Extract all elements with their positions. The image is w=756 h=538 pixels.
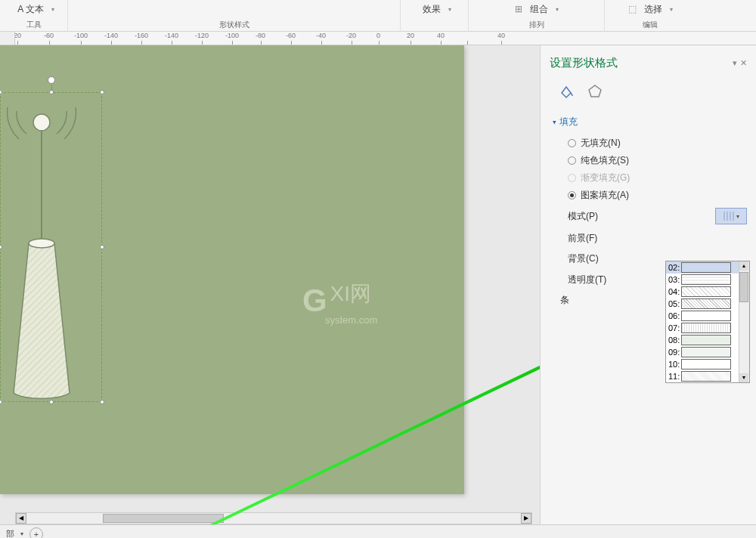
ruler-tick: -60 (44, 32, 54, 39)
pattern-list: 02: 03: 04: 05: 06: 07: 08: 09: 10: 11: (666, 261, 749, 382)
effects-button[interactable]: 效果 (418, 2, 445, 17)
watermark-text: XI网 (330, 282, 371, 305)
ruler-horizontal: 20 -60 -100 -140 -160 -140 -120 -100 -80… (0, 32, 756, 45)
scroll-right-button[interactable]: ▶ (521, 513, 531, 524)
pattern-option[interactable]: 04: (666, 286, 749, 298)
prop-label: 模式(P) (568, 210, 613, 223)
scroll-thumb[interactable] (103, 514, 224, 523)
radio-label: 图案填充(A) (581, 189, 629, 202)
select-button[interactable]: 选择 (640, 2, 667, 17)
pattern-option[interactable]: 05: (666, 298, 749, 310)
prop-label: 前景(F) (568, 232, 613, 245)
watermark-sub: system.com (325, 314, 377, 326)
scroll-down-button[interactable]: ▼ (739, 373, 748, 382)
radio-label: 无填充(N) (581, 137, 621, 150)
watermark: G XI网 system.com (302, 280, 377, 326)
ribbon-group-label: 排列 (529, 20, 544, 30)
rotate-handle[interactable] (48, 76, 55, 84)
pattern-swatch-icon (723, 212, 735, 221)
group-button[interactable]: 组合 (525, 2, 553, 17)
resize-handle-tr[interactable] (100, 90, 104, 94)
radio-pattern-fill[interactable]: 图案填充(A) (568, 187, 747, 204)
pentagon-icon (586, 82, 604, 100)
radio-icon (568, 139, 576, 147)
foreground-row: 前景(F) (550, 228, 747, 249)
resize-handle-tl[interactable] (0, 90, 2, 94)
radio-no-fill[interactable]: 无填充(N) (568, 134, 747, 152)
ruler-tick: -40 (316, 32, 326, 39)
radio-icon (568, 174, 576, 182)
ruler-tick: -20 (346, 32, 356, 39)
resize-handle-mr[interactable] (100, 245, 104, 249)
ruler-tick: -100 (225, 32, 239, 39)
ruler-tick: -100 (74, 32, 88, 39)
radio-label: 纯色填充(S) (581, 154, 629, 167)
text-tool-button[interactable]: A 文本 (13, 2, 48, 17)
ribbon-group-arrange: ⊞组合▾ 排列 (469, 0, 605, 32)
radio-label: 渐变填充(G) (581, 172, 630, 184)
watermark-big: G (302, 283, 327, 318)
panel-tabs (550, 78, 747, 113)
effects-tab[interactable] (584, 81, 606, 102)
radio-icon (568, 191, 576, 199)
selection-box[interactable] (0, 92, 102, 402)
ruler-tick: -140 (165, 32, 178, 39)
pattern-mode-row: 模式(P) (550, 204, 747, 228)
ribbon-group-edit: ⬚选择▾ 编辑 (605, 0, 696, 32)
ribbon-bar: A 文本 ▾ 工具 形状样式 效果▾ ⊞组合▾ 排列 ⬚选择▾ 编辑 (0, 0, 756, 32)
radio-solid-fill[interactable]: 纯色填充(S) (568, 152, 747, 169)
pattern-option[interactable]: 10: (666, 358, 749, 370)
fill-section-header[interactable]: 填充 (550, 113, 747, 134)
paint-bucket-icon (557, 82, 575, 100)
prop-label: 透明度(T) (568, 274, 613, 286)
fill-tab[interactable] (556, 81, 577, 102)
ribbon-group-shape-styles: 形状样式 (68, 0, 401, 32)
ribbon-group-label: 形状样式 (219, 20, 249, 30)
scroll-up-button[interactable]: ▲ (739, 261, 748, 271)
resize-handle-br[interactable] (100, 400, 104, 404)
pattern-picker-button[interactable] (715, 208, 747, 224)
radio-gradient-fill: 渐变填充(G) (568, 169, 747, 187)
ruler-tick: -140 (104, 32, 118, 39)
pattern-option[interactable]: 07: (666, 322, 749, 334)
add-page-button[interactable]: + (29, 527, 43, 539)
ruler-marks: 20 -60 -100 -140 -160 -140 -120 -100 -80… (15, 32, 756, 45)
ruler-tick: 0 (376, 32, 380, 39)
scroll-left-button[interactable]: ◀ (16, 513, 26, 524)
scroll-thumb[interactable] (739, 272, 748, 302)
ruler-tick: -80 (256, 32, 265, 39)
panel-title-bar: 设置形状格式 ▾ ✕ (550, 51, 747, 78)
ribbon-group-effects: 效果▾ (401, 0, 469, 32)
prop-label: 条 (560, 294, 606, 307)
ribbon-group-label: 编辑 (643, 20, 658, 30)
pattern-option[interactable]: 11: (666, 370, 749, 382)
pattern-option[interactable]: 08: (666, 334, 749, 346)
horizontal-scrollbar[interactable]: ◀ ▶ (15, 512, 532, 524)
resize-handle-tc[interactable] (49, 90, 54, 94)
resize-handle-bc[interactable] (49, 400, 54, 404)
dropdown-icon[interactable]: ▾ (51, 6, 54, 13)
ruler-tick: 40 (437, 32, 445, 39)
ruler-tick: 40 (497, 32, 505, 39)
dropdown-scrollbar[interactable]: ▲ ▼ (739, 261, 749, 382)
radio-icon (568, 156, 576, 165)
canvas-viewport[interactable]: G XI网 system.com ◀ ▶ (0, 45, 540, 524)
ruler-corner (0, 32, 15, 45)
ruler-tick: 20 (407, 32, 414, 39)
pattern-option[interactable]: 09: (666, 346, 749, 358)
ruler-tick: -160 (135, 32, 148, 39)
panel-close-button[interactable]: ✕ (740, 58, 747, 68)
resize-handle-ml[interactable] (0, 245, 2, 249)
status-bar: 部 ▾ + (0, 524, 756, 538)
group-icon[interactable]: ⊞ (515, 4, 522, 14)
panel-menu-button[interactable]: ▾ (733, 58, 737, 68)
pattern-dropdown[interactable]: 02: 03: 04: 05: 06: 07: 08: 09: 10: 11: … (665, 261, 750, 383)
pattern-option[interactable]: 02: (666, 261, 749, 274)
drawing-canvas[interactable]: G XI网 system.com (0, 45, 464, 494)
pattern-option[interactable]: 06: (666, 310, 749, 322)
ruler-tick: -120 (195, 32, 209, 39)
resize-handle-bl[interactable] (0, 400, 2, 404)
status-dropdown-icon[interactable]: ▾ (20, 530, 23, 537)
pattern-option[interactable]: 03: (666, 274, 749, 286)
select-icon[interactable]: ⬚ (628, 4, 637, 14)
